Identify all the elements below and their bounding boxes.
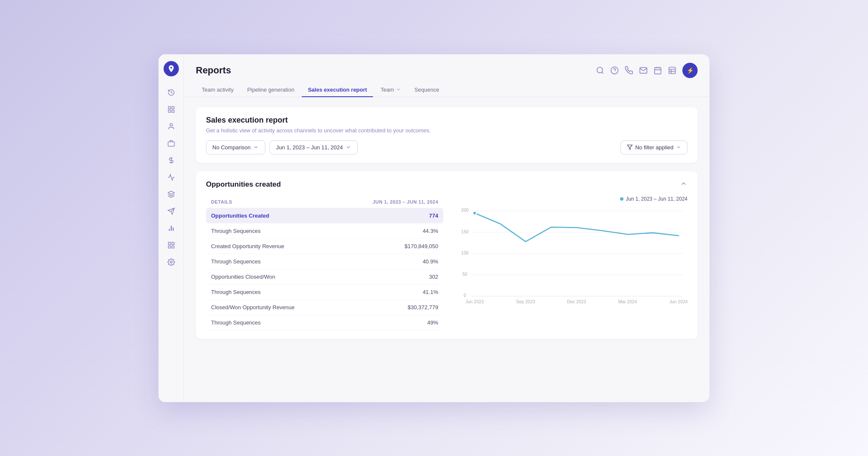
content-area: Sales execution report Get a holistic vi…	[184, 97, 709, 402]
svg-text:50: 50	[462, 272, 467, 277]
sidebar-item-layout[interactable]	[164, 102, 179, 117]
svg-rect-26	[669, 67, 676, 73]
applied-filter-button[interactable]: No filter applied	[620, 140, 687, 154]
collapse-button[interactable]	[680, 180, 687, 189]
col-details-label: DETAILS	[211, 199, 232, 204]
chevron-down-icon	[676, 145, 681, 150]
row-value: 41.1%	[423, 289, 438, 295]
table-row: Through Sequences 41.1%	[206, 285, 443, 300]
chart-container: 200 150 100 50 0	[457, 205, 687, 307]
report-description: Get a holistic view of activity across c…	[206, 127, 687, 134]
filter-row: No Comparison Jun 1, 2023 – Jun 11, 2024…	[206, 140, 687, 154]
table-row[interactable]: Opportunities Created 774	[206, 208, 443, 224]
row-label: Opportunities Created	[211, 213, 269, 219]
svg-point-4	[170, 123, 172, 126]
sidebar-item-chart-line[interactable]	[164, 170, 179, 185]
sidebar-item-layers[interactable]	[164, 187, 179, 202]
sidebar-item-user[interactable]	[164, 119, 179, 134]
row-label: Through Sequences	[211, 258, 261, 265]
row-value: 40.9%	[423, 258, 438, 265]
tab-team-activity[interactable]: Team activity	[196, 83, 239, 97]
filter-icon	[627, 144, 633, 150]
svg-rect-1	[172, 106, 174, 109]
row-label: Through Sequences	[211, 319, 261, 326]
date-filter-button[interactable]: Jun 1, 2023 – Jun 11, 2024	[270, 140, 358, 154]
svg-rect-16	[172, 246, 174, 248]
table-row: Through Sequences 49%	[206, 315, 443, 330]
tab-team[interactable]: Team	[375, 83, 407, 97]
mail-icon[interactable]	[639, 66, 648, 75]
date-filter-label: Jun 1, 2023 – Jun 11, 2024	[276, 144, 343, 151]
svg-text:Dec 2023: Dec 2023	[567, 299, 586, 304]
sidebar-item-grid[interactable]	[164, 238, 179, 253]
section-header: Opportunities created	[206, 180, 687, 189]
report-header-card: Sales execution report Get a holistic vi…	[196, 107, 698, 163]
line-chart: 200 150 100 50 0	[457, 205, 687, 307]
col-date-label: Jun 1, 2023 – Jun 11, 2024	[373, 199, 438, 204]
svg-point-18	[597, 67, 603, 73]
sidebar-item-send[interactable]	[164, 204, 179, 219]
chevron-down-icon	[253, 144, 259, 150]
svg-text:150: 150	[461, 229, 469, 234]
search-icon[interactable]	[596, 66, 604, 75]
svg-text:100: 100	[461, 250, 469, 255]
svg-rect-5	[168, 142, 174, 146]
sidebar-item-bar-chart[interactable]	[164, 221, 179, 236]
svg-text:0: 0	[464, 293, 466, 298]
table-header: DETAILS Jun 1, 2023 – Jun 11, 2024	[206, 196, 443, 208]
legend-label: Jun 1, 2023 – Jun 11, 2024	[626, 196, 687, 202]
comparison-filter-label: No Comparison	[212, 144, 250, 151]
row-label: Through Sequences	[211, 289, 261, 295]
tab-sequence[interactable]: Sequence	[409, 83, 445, 97]
tab-pipeline-generation[interactable]: Pipeline generation	[241, 83, 300, 97]
row-label: Closed/Won Opportunity Revenue	[211, 304, 295, 311]
sidebar-item-history[interactable]	[164, 85, 179, 100]
page-title: Reports	[196, 65, 231, 76]
row-label: Created Opportunity Revenue	[211, 243, 284, 249]
tab-sales-execution-report[interactable]: Sales execution report	[302, 83, 373, 97]
chevron-down-icon	[396, 87, 401, 92]
svg-text:Mar 2024: Mar 2024	[618, 299, 637, 304]
svg-rect-2	[168, 110, 170, 112]
row-value: 774	[429, 213, 438, 219]
phone-icon[interactable]	[625, 66, 633, 75]
table-row: Created Opportunity Revenue $170,849,050	[206, 239, 443, 254]
comparison-filter-button[interactable]: No Comparison	[206, 140, 265, 154]
header: Reports ⚡	[184, 54, 709, 78]
table-icon[interactable]	[668, 66, 676, 75]
svg-marker-30	[627, 145, 632, 150]
header-icons: ⚡	[596, 63, 698, 78]
svg-rect-22	[655, 67, 661, 74]
row-value: 49%	[427, 319, 438, 326]
svg-marker-7	[168, 191, 174, 194]
opportunities-title: Opportunities created	[206, 180, 281, 189]
report-card-title: Sales execution report	[206, 116, 687, 125]
svg-text:200: 200	[461, 208, 469, 213]
row-value: 302	[429, 274, 438, 280]
opportunities-section: Opportunities created DETAILS Jun 1, 202…	[196, 171, 698, 339]
app-logo[interactable]	[164, 61, 179, 76]
svg-point-17	[170, 261, 172, 263]
no-filter-label: No filter applied	[635, 144, 673, 151]
svg-rect-0	[168, 106, 170, 109]
svg-line-19	[602, 72, 604, 73]
user-avatar[interactable]: ⚡	[682, 63, 698, 78]
row-label: Opportunities Closed/Won	[211, 274, 275, 280]
help-icon[interactable]	[610, 66, 619, 75]
row-value: 44.3%	[423, 228, 438, 234]
sidebar-item-settings[interactable]	[164, 255, 179, 270]
svg-rect-3	[172, 110, 174, 112]
main-content: Reports ⚡	[184, 54, 709, 402]
row-value: $30,372,779	[408, 304, 438, 311]
chevron-down-icon	[345, 144, 351, 150]
section-body: DETAILS Jun 1, 2023 – Jun 11, 2024 Oppor…	[206, 196, 687, 330]
sidebar-item-dollar[interactable]	[164, 153, 179, 168]
svg-point-41	[473, 211, 476, 215]
chart-area: Jun 1, 2023 – Jun 11, 2024 200 150 100 5…	[457, 196, 687, 330]
calendar-icon[interactable]	[654, 66, 662, 75]
chart-legend: Jun 1, 2023 – Jun 11, 2024	[457, 196, 687, 202]
filter-left-group: No Comparison Jun 1, 2023 – Jun 11, 2024	[206, 140, 358, 154]
table-row: Opportunities Closed/Won 302	[206, 269, 443, 285]
svg-rect-13	[168, 242, 170, 244]
sidebar-item-briefcase[interactable]	[164, 136, 179, 151]
